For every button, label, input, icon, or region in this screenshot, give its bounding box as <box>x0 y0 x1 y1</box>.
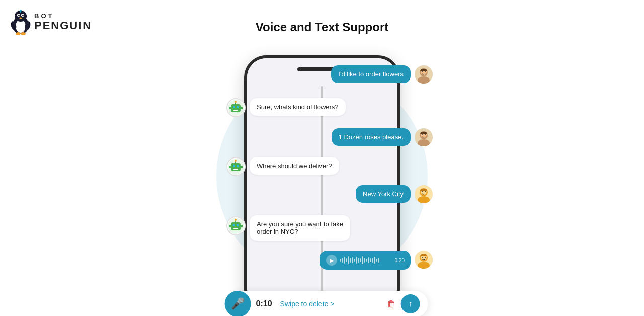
svg-point-12 <box>16 32 21 35</box>
recording-time: 0:10 <box>256 299 275 308</box>
waveform <box>340 256 392 264</box>
svg-rect-54 <box>233 228 238 229</box>
chat-msg-4: Where should we deliver? <box>226 157 339 176</box>
bot-avatar-2 <box>226 157 246 176</box>
bot-avatar-3 <box>226 216 246 235</box>
svg-point-18 <box>422 71 423 72</box>
svg-rect-42 <box>229 166 231 168</box>
chat-msg-3: 1 Dozen roses please. <box>332 128 433 146</box>
svg-point-49 <box>425 191 426 192</box>
logo-bot-label: BOT <box>34 13 92 20</box>
user-bubble-3: New York City <box>356 185 411 203</box>
trash-icon[interactable]: 🗑 <box>387 299 396 309</box>
swipe-label: Swipe to delete > <box>280 300 382 308</box>
svg-point-13 <box>21 32 26 35</box>
send-button[interactable]: ↑ <box>401 294 420 313</box>
chat-msg-7: ▶ <box>320 251 433 270</box>
page-title: Voice and Text Support <box>256 20 388 34</box>
logo: BOT PENGUIN <box>10 9 92 35</box>
user-bubble-2: 1 Dozen roses please. <box>332 128 411 146</box>
svg-rect-38 <box>237 165 239 167</box>
svg-rect-28 <box>241 107 243 109</box>
bot-bubble-2: Where should we deliver? <box>250 157 339 175</box>
svg-point-6 <box>22 15 24 16</box>
svg-point-5 <box>18 15 20 16</box>
svg-point-48 <box>422 191 423 192</box>
phone-frame <box>244 55 400 312</box>
user-avatar-4 <box>415 251 433 269</box>
svg-rect-23 <box>237 106 239 108</box>
play-icon: ▶ <box>330 258 334 263</box>
send-icon: ↑ <box>409 299 413 308</box>
user-bubble-1: I'd like to order flowers <box>331 65 411 83</box>
svg-point-19 <box>425 71 426 72</box>
chat-msg-2: Sure, whats kind of flowers? <box>226 98 346 117</box>
bot-avatar-1 <box>226 98 246 117</box>
svg-point-34 <box>425 134 426 135</box>
chat-msg-1: I'd like to order flowers <box>331 65 433 84</box>
svg-rect-53 <box>237 224 239 226</box>
chat-msg-5: New York City <box>356 185 433 203</box>
svg-point-33 <box>422 134 423 135</box>
logo-text: BOT PENGUIN <box>34 13 92 32</box>
user-avatar-1 <box>415 65 433 84</box>
vertical-line <box>321 86 323 302</box>
svg-rect-27 <box>229 107 231 109</box>
play-button[interactable]: ▶ <box>326 255 337 266</box>
svg-rect-58 <box>241 225 243 227</box>
chat-msg-6: Are you sure you want to take order in N… <box>226 215 350 241</box>
mic-icon: 🎤 <box>231 297 245 310</box>
svg-point-63 <box>422 257 423 258</box>
svg-rect-36 <box>231 163 241 171</box>
svg-point-64 <box>425 257 426 258</box>
svg-rect-51 <box>231 222 241 230</box>
svg-point-41 <box>235 160 237 162</box>
voice-bubble: ▶ <box>320 251 411 270</box>
svg-point-9 <box>20 10 22 12</box>
svg-rect-43 <box>241 166 243 168</box>
user-avatar-3 <box>415 185 433 203</box>
svg-point-56 <box>235 219 237 221</box>
svg-point-26 <box>235 101 237 103</box>
user-avatar-2 <box>415 128 433 146</box>
svg-rect-21 <box>231 104 241 112</box>
svg-rect-52 <box>233 224 235 226</box>
svg-rect-57 <box>229 225 231 227</box>
voice-duration: 0:20 <box>395 258 405 263</box>
logo-penguin-label: PENGUIN <box>34 20 92 32</box>
svg-rect-37 <box>233 165 235 167</box>
svg-rect-24 <box>233 110 238 111</box>
bot-bubble-3: Are you sure you want to take order in N… <box>250 215 350 241</box>
recording-bar: 🎤 0:10 Swipe to delete > 🗑 ↑ <box>232 291 428 316</box>
svg-rect-22 <box>233 106 235 108</box>
mic-button[interactable]: 🎤 <box>225 291 251 316</box>
svg-rect-39 <box>233 169 238 170</box>
bot-bubble-1: Sure, whats kind of flowers? <box>250 98 346 116</box>
